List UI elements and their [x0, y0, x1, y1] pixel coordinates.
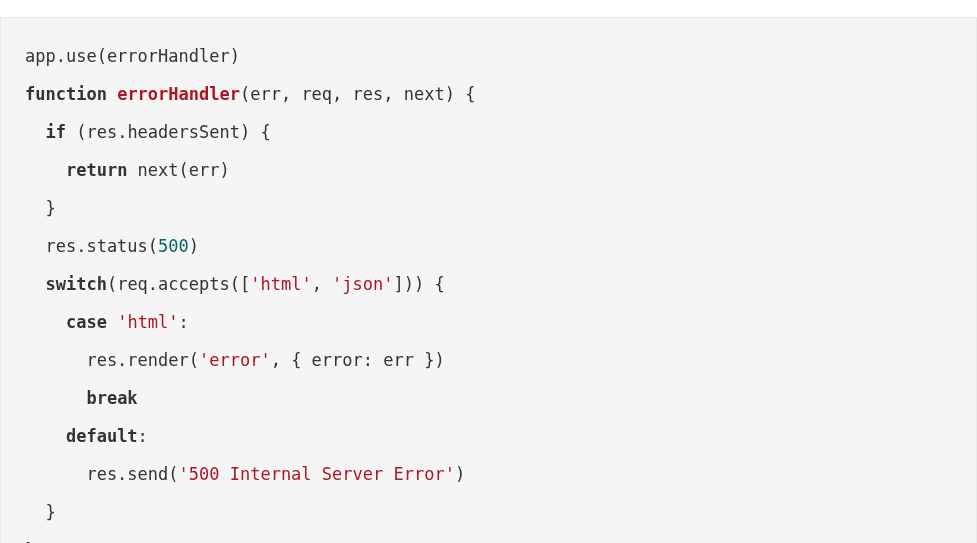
code-token: ) [455, 464, 465, 484]
code-token: , { error: err }) [271, 350, 445, 370]
code-token: next(err) [127, 160, 229, 180]
code-token: 'error' [199, 350, 271, 370]
code-token [107, 84, 117, 104]
code-token: : [138, 426, 148, 446]
code-token: (err, req, res, next) { [240, 84, 475, 104]
code-token: if [45, 122, 65, 142]
code-token: res.render( [25, 350, 199, 370]
code-token: } [25, 502, 56, 522]
code-token: return [66, 160, 127, 180]
code-token: function [25, 84, 107, 104]
code-token: res.send( [25, 464, 179, 484]
code-token: 'html' [250, 274, 311, 294]
code-token: 500 [158, 236, 189, 256]
code-block: app.use(errorHandler) function errorHand… [0, 17, 977, 543]
code-token: 'json' [332, 274, 393, 294]
code-content: app.use(errorHandler) function errorHand… [25, 46, 475, 543]
code-token [107, 312, 117, 332]
code-token: switch [45, 274, 106, 294]
code-token: break [86, 388, 137, 408]
code-token: (res.headersSent) { [66, 122, 271, 142]
code-token [25, 160, 66, 180]
code-token [25, 388, 86, 408]
code-token: ])) { [394, 274, 445, 294]
code-token: errorHandler [117, 84, 240, 104]
code-token: , [312, 274, 332, 294]
code-token [25, 122, 45, 142]
code-token: (req.accepts([ [107, 274, 250, 294]
code-token: ) [189, 236, 199, 256]
code-token: res.status( [25, 236, 158, 256]
code-token: } [25, 198, 56, 218]
code-token: app.use(errorHandler) [25, 46, 240, 66]
code-token [25, 312, 66, 332]
code-token: '500 Internal Server Error' [179, 464, 455, 484]
code-token [25, 426, 66, 446]
code-token: 'html' [117, 312, 178, 332]
code-token: case [66, 312, 107, 332]
code-token: default [66, 426, 138, 446]
code-token [25, 274, 45, 294]
code-token: : [179, 312, 189, 332]
